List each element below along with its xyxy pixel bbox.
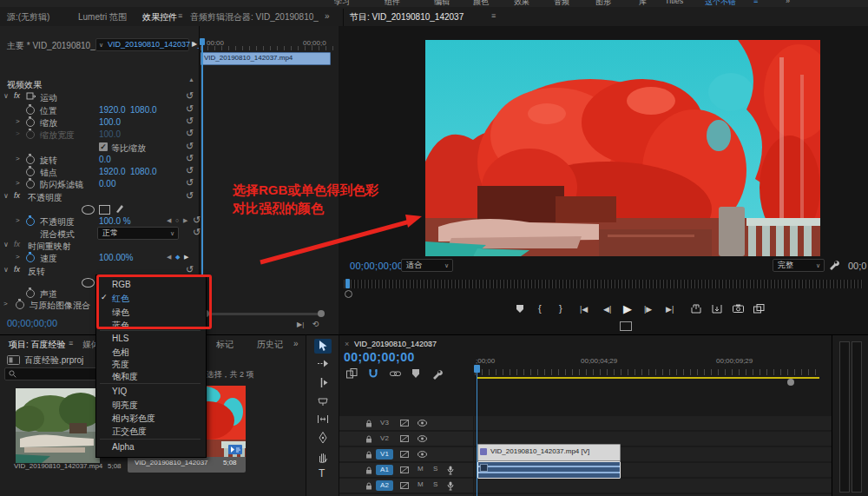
prev-keyframe-icon[interactable]: ◀ (167, 217, 171, 224)
reset-icon[interactable]: ↺ (193, 215, 201, 226)
reset-icon[interactable]: ↺ (186, 90, 194, 102)
sync-lock-icon[interactable] (400, 435, 409, 442)
menu-item-inphase-chrominance[interactable]: 相内彩色度 (112, 413, 155, 425)
solo-button[interactable]: S (433, 480, 437, 488)
track-output-eye-icon[interactable] (418, 451, 427, 458)
audio-clip-selected[interactable] (477, 461, 621, 479)
tab-markers[interactable]: 标记 (216, 339, 233, 351)
sync-lock-icon[interactable] (400, 482, 409, 489)
fx-badge-icon[interactable]: fx (14, 191, 20, 200)
track-output-eye-icon[interactable] (418, 420, 427, 427)
stopwatch-icon[interactable] (16, 301, 24, 309)
twirl-open-icon[interactable]: ∨ (3, 192, 9, 200)
workspace-tab[interactable]: 图形 (595, 0, 611, 7)
menu-item-quadrature-chrominance[interactable]: 正交色度 (112, 426, 147, 438)
program-preview-image[interactable] (425, 40, 820, 256)
slip-tool[interactable] (317, 413, 329, 425)
project-menu-icon[interactable]: ≡ (69, 339, 73, 347)
track-header-a1[interactable]: A1 M S (339, 463, 473, 477)
add-keyframe-icon[interactable]: ○ (175, 217, 179, 223)
program-menu-icon[interactable]: ≡ (491, 11, 496, 20)
effect-row-opacity[interactable]: > 不透明度 100.0 % ◀ ○ ▶ ↺ (0, 215, 198, 227)
search-input[interactable] (4, 367, 103, 380)
timeline-timecode[interactable]: 00;00;00;00 (344, 350, 415, 364)
mini-playhead-head[interactable] (200, 38, 205, 45)
mini-ruler-ticks[interactable] (201, 46, 338, 50)
clip-name[interactable]: VID_20190810_142037.mp4 (14, 462, 102, 470)
effect-panel-timecode[interactable]: 00;00;00;00 (7, 318, 57, 328)
sequence-tab[interactable]: VID_20190810_142037 (354, 340, 437, 348)
menu-item-lightness[interactable]: 亮度 (112, 359, 129, 371)
position-y-value[interactable]: 1080.0 (130, 105, 157, 115)
video-clip[interactable]: VID_20190810_142037.mp4 [V] (477, 444, 621, 461)
reset-icon[interactable]: ↺ (193, 227, 201, 238)
menu-item-hls[interactable]: HLS (112, 334, 128, 343)
program-scrubber[interactable] (344, 280, 863, 288)
razor-tool[interactable] (317, 396, 329, 407)
ripple-edit-tool[interactable] (317, 377, 329, 388)
blend-mode-dropdown[interactable]: 正常 ∨ (97, 227, 179, 240)
position-x-value[interactable]: 1920.0 (99, 105, 126, 115)
menu-item-alpha[interactable]: Alpha (112, 442, 135, 452)
add-marker-icon[interactable] (516, 304, 524, 314)
workspace-tab-active[interactable]: 这个不错 (705, 0, 736, 7)
workspace-tab[interactable]: 学习 (334, 0, 350, 7)
clip-name-selected[interactable]: VID_20190810_142037 (135, 459, 208, 466)
fx-badge-icon[interactable]: fx (14, 91, 20, 100)
sync-lock-icon[interactable] (400, 466, 409, 473)
scrollbar-right-handle[interactable] (318, 310, 325, 317)
stopwatch-icon[interactable] (26, 180, 35, 188)
fx-badge-icon[interactable]: fx (14, 265, 20, 274)
voiceover-mic-icon[interactable] (447, 481, 454, 491)
effect-panel-scrollbar[interactable] (207, 313, 321, 315)
work-area-bar[interactable] (477, 377, 819, 379)
tab-project[interactable]: 项目: 百度经验 (9, 339, 66, 351)
track-header-v3[interactable]: V3 (339, 416, 473, 430)
menu-item-yiq[interactable]: YIQ (112, 387, 127, 396)
effect-row-position[interactable]: 位置 1920.0 1080.0 ↺ (0, 103, 198, 116)
tab-program-monitor[interactable]: 节目: VID_20190810_142037 (350, 11, 464, 23)
button-editor-icon[interactable] (753, 304, 765, 314)
stopwatch-icon[interactable] (26, 168, 35, 176)
stopwatch-icon-active[interactable] (26, 217, 35, 226)
keyframe-icon-active[interactable]: ◆ (175, 254, 180, 261)
antiflicker-value[interactable]: 0.00 (99, 179, 115, 188)
track-output-eye-icon[interactable] (418, 435, 427, 442)
play-button[interactable]: ▶ (623, 302, 632, 315)
effect-row-motion[interactable]: ∨ fx 运动 ↺ (0, 90, 198, 103)
timeline-ruler[interactable] (475, 369, 821, 375)
workspace-menu-icon[interactable]: ≡ (753, 0, 758, 5)
play-around-icon[interactable]: ▶| (297, 321, 304, 328)
next-keyframe-icon[interactable]: ▶ (183, 217, 187, 224)
sync-lock-icon[interactable] (400, 420, 409, 427)
lock-icon[interactable] (365, 435, 372, 443)
menu-item-luminance[interactable]: 明亮度 (112, 400, 138, 412)
hand-tool[interactable] (317, 451, 329, 463)
type-tool[interactable]: T (319, 467, 325, 479)
left-group-overflow-icon[interactable]: » (325, 11, 330, 21)
effect-row-rotation[interactable]: > 旋转 0.0 ↺ (0, 153, 198, 165)
workspace-tab[interactable]: 组件 (385, 0, 400, 7)
workspace-tab[interactable]: 音频 (554, 0, 569, 7)
workspace-tab[interactable]: Titles (665, 0, 683, 5)
reset-icon[interactable]: ↺ (186, 103, 194, 115)
next-keyframe-icon[interactable]: ▶ (184, 254, 188, 261)
linked-selection-icon[interactable] (390, 368, 401, 379)
reset-icon[interactable]: ↺ (186, 153, 194, 164)
timeline-add-marker-icon[interactable] (411, 368, 420, 379)
reset-icon[interactable]: ↺ (186, 141, 194, 152)
timeline-settings-wrench-icon[interactable] (431, 368, 443, 380)
mute-button[interactable]: M (418, 480, 424, 488)
sequence-clip-selector[interactable]: ∨ VID_20190810_142037 * _ (95, 38, 189, 51)
effect-group-time-remap[interactable]: ∨ fx 时间重映射 (0, 239, 198, 251)
timeline-handle-icon[interactable] (787, 379, 794, 386)
scale-value[interactable]: 100.0 (99, 117, 121, 127)
prev-keyframe-icon[interactable]: ◀ (167, 254, 171, 261)
goto-out-icon[interactable]: ▶| (666, 305, 674, 314)
mark-in-icon[interactable]: { (538, 303, 542, 314)
stopwatch-icon[interactable] (26, 289, 35, 298)
lock-icon[interactable] (365, 451, 372, 459)
twirl-closed-icon[interactable]: > (3, 300, 8, 308)
selection-tool[interactable] (318, 341, 328, 352)
twirl-open-icon[interactable]: ∨ (3, 266, 9, 274)
